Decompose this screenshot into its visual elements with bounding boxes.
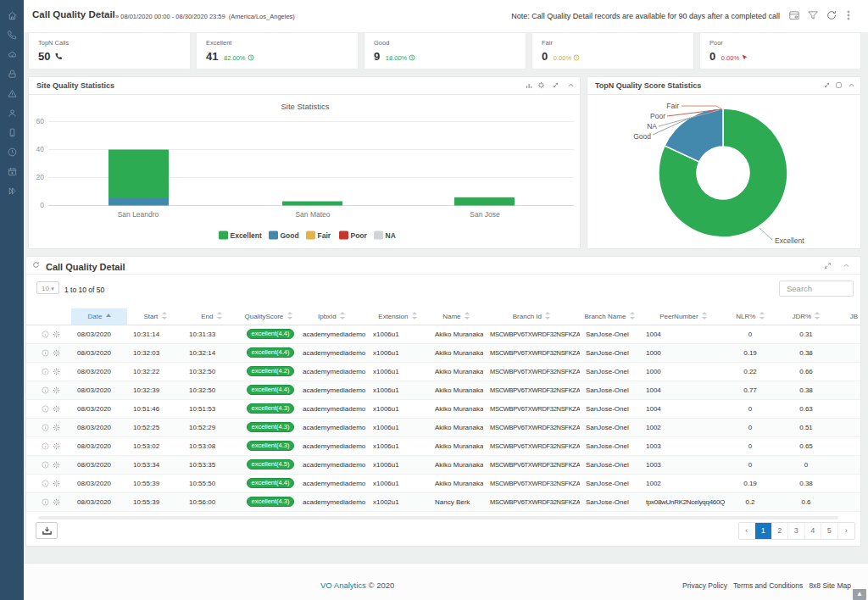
svg-text:San Mateo: San Mateo (295, 210, 330, 219)
svg-text:Good: Good (633, 132, 651, 141)
svg-text:20: 20 (36, 173, 45, 181)
svg-text:60: 60 (36, 117, 45, 125)
svg-text:40: 40 (36, 145, 45, 153)
svg-text:Excellent: Excellent (775, 236, 804, 245)
svg-text:Poor: Poor (351, 231, 368, 240)
svg-text:NA: NA (386, 231, 396, 240)
svg-text:Excellent: Excellent (231, 231, 262, 240)
svg-text:Good: Good (281, 231, 299, 240)
svg-text:Site Statistics: Site Statistics (281, 102, 329, 111)
svg-text:0: 0 (40, 201, 44, 209)
svg-text:Poor: Poor (650, 112, 665, 120)
svg-text:Fair: Fair (318, 231, 331, 240)
svg-text:San Leandro: San Leandro (118, 210, 159, 219)
svg-text:San Jose: San Jose (470, 210, 500, 219)
svg-text:NA: NA (647, 122, 657, 131)
svg-text:Fair: Fair (666, 102, 679, 110)
